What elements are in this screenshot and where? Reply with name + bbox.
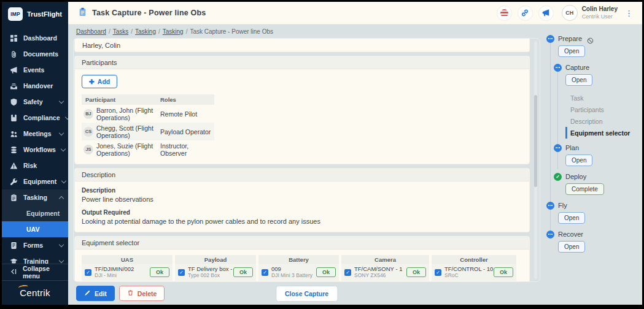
ok-status-button[interactable]: Ok (233, 267, 253, 277)
step-pending-icon (546, 202, 554, 210)
sidebar-item-compliance[interactable]: Compliance (2, 110, 68, 126)
link-button[interactable] (518, 6, 533, 21)
participants-table-header: Participant Roles (82, 94, 214, 105)
checkbox-checked[interactable]: ✓ (344, 269, 351, 276)
equipment-column-header: Camera (341, 255, 429, 264)
graduation-icon (10, 258, 18, 264)
step-label: Fly (558, 202, 567, 209)
step-deploy-button[interactable]: Complete (565, 183, 604, 195)
participant-row[interactable]: BJBarron, John (Flight Operations)Remote… (82, 105, 214, 123)
breadcrumb-link-tasking[interactable]: Tasking (135, 28, 156, 35)
workflow-step-capture: CaptureOpenTaskParticipantsDescriptionEq… (554, 62, 642, 139)
shield-icon (10, 98, 18, 106)
sidebar-item-safety[interactable]: Safety (2, 94, 68, 110)
trash-icon (127, 289, 134, 297)
checkbox-checked[interactable]: ✓ (178, 269, 185, 276)
sidebar-subitem-uav[interactable]: UAV (2, 221, 68, 237)
sidebar-item-training[interactable]: Training (2, 253, 68, 264)
sidebar-item-label: Tasking (23, 194, 54, 201)
scrollbar-thumb[interactable] (534, 95, 537, 187)
checkbox-checked[interactable]: ✓ (262, 269, 268, 276)
breadcrumb-link-tasks[interactable]: Tasks (113, 28, 129, 35)
sidebar-item-workflows[interactable]: Workflows (2, 142, 68, 158)
red-stripes-icon (500, 9, 508, 17)
equipment-item-sub: DJI Mini 3 Battery (271, 273, 312, 279)
task-partial-row[interactable]: Harley, Colin (74, 39, 530, 52)
clipboard-icon (10, 194, 18, 202)
checkbox-checked[interactable]: ✓ (435, 269, 441, 276)
page-title: Task Capture - Power line Obs (92, 9, 206, 17)
breadcrumb-separator: / (109, 28, 111, 35)
equipment-item-sub: Type 002 Box (188, 273, 230, 279)
participants-table: Participant Roles BJBarron, John (Flight… (82, 94, 214, 158)
sidebar: IMP TrustFlight DashboardDocumentsEvents… (2, 2, 68, 305)
breadcrumb-link-dashboard[interactable]: Dashboard (76, 28, 106, 35)
announcements-button[interactable] (538, 6, 554, 21)
workflow-section-link-description[interactable]: Description (565, 115, 642, 127)
sidebar-item-risk[interactable]: Risk (2, 158, 68, 174)
step-label: Deploy (565, 173, 586, 180)
topbar: Task Capture - Power line Obs CH Colin H… (68, 2, 642, 25)
step-pending-icon (546, 35, 554, 43)
step-recover-button[interactable]: Open (558, 241, 585, 253)
edit-button[interactable]: Edit (76, 286, 115, 301)
sidebar-item-label: Risk (23, 162, 63, 169)
sidebar-item-label: Workflows (23, 146, 56, 153)
people-icon (10, 130, 18, 138)
checkbox-checked[interactable]: ✓ (85, 269, 91, 276)
step-plan-button[interactable]: Open (565, 154, 592, 166)
ok-status-button[interactable]: Ok (316, 267, 336, 277)
step-capture-button[interactable]: Open (565, 74, 592, 86)
participant-row[interactable]: CSChegg, Scott (Flight Operations)Payloa… (82, 123, 214, 140)
sidebar-item-label: Equipment (23, 178, 56, 185)
equipment-item-text: TF/CAM/SONY - 1SONY ZX546 (354, 266, 402, 279)
equipment-column-header: UAS (82, 255, 173, 264)
chevron-up-icon (59, 196, 64, 200)
step-label: Plan (565, 144, 579, 151)
equipment-item-text: TF/CONTROL - 10SRoC (444, 266, 491, 279)
collapse-menu-button[interactable]: Collapse menu (2, 264, 68, 280)
breadcrumb-separator: / (131, 28, 133, 35)
sidebar-item-meetings[interactable]: Meetings (2, 126, 68, 142)
ok-status-button[interactable]: Ok (406, 267, 426, 277)
workflow-step-prepare: PrepareOpen (546, 33, 642, 62)
sidebar-item-events[interactable]: Events (2, 62, 68, 78)
ok-status-button[interactable]: Ok (494, 267, 513, 277)
user-menu[interactable]: CH Colin Harley Centrik User (562, 5, 618, 21)
sidebar-item-label: Compliance (23, 114, 60, 121)
workflow-section-link-participants[interactable]: Participants (565, 104, 642, 115)
kebab-menu-icon[interactable]: ⋮ (623, 9, 635, 18)
sidebar-item-dashboard[interactable]: Dashboard (2, 30, 68, 46)
step-label: Capture (565, 64, 589, 71)
brand[interactable]: IMP TrustFlight (2, 2, 68, 26)
task-capture-icon (78, 7, 87, 19)
add-participant-button[interactable]: ✚ Add (82, 75, 117, 88)
sidebar-item-documents[interactable]: Documents (2, 46, 68, 62)
step-label: Recover (558, 231, 583, 238)
equipment-selector-header: Equipment selector (75, 237, 529, 250)
sidebar-footer: Centrik (2, 280, 68, 305)
delete-button[interactable]: Delete (119, 286, 165, 301)
collapse-icon (10, 268, 17, 277)
equipment-item-text: 009DJI Mini 3 Battery (271, 266, 312, 279)
sidebar-item-tasking[interactable]: Tasking (2, 189, 68, 205)
close-capture-button[interactable]: Close Capture (276, 286, 338, 302)
participant-row[interactable]: JSJones, Suzie (Flight Operations)Instru… (82, 140, 214, 158)
workflow-section-link-task[interactable]: Task (565, 92, 642, 104)
description-header: Description (75, 169, 529, 181)
chevron-down-icon (64, 114, 68, 119)
workflow-section-link-equipment-selector[interactable]: Equipment selector (565, 127, 642, 139)
user-info: Colin Harley Centrik User (582, 6, 618, 20)
participant-name: Chegg, Scott (Flight Operations) (96, 124, 160, 139)
sidebar-subitem-equipment[interactable]: Equipment (2, 205, 68, 221)
user-name: Colin Harley (582, 6, 618, 13)
step-fly-button[interactable]: Open (558, 212, 585, 224)
sidebar-item-handover[interactable]: Handover (2, 78, 68, 94)
breadcrumb-link-tasking[interactable]: Tasking (163, 28, 184, 35)
sidebar-item-forms[interactable]: Forms (2, 237, 68, 253)
ok-status-button[interactable]: Ok (150, 267, 169, 277)
notifications-button[interactable] (497, 6, 512, 21)
sidebar-item-equipment[interactable]: Equipment (2, 174, 68, 189)
step-prepare-button[interactable]: Open (558, 45, 585, 57)
plus-icon: ✚ (89, 78, 95, 85)
